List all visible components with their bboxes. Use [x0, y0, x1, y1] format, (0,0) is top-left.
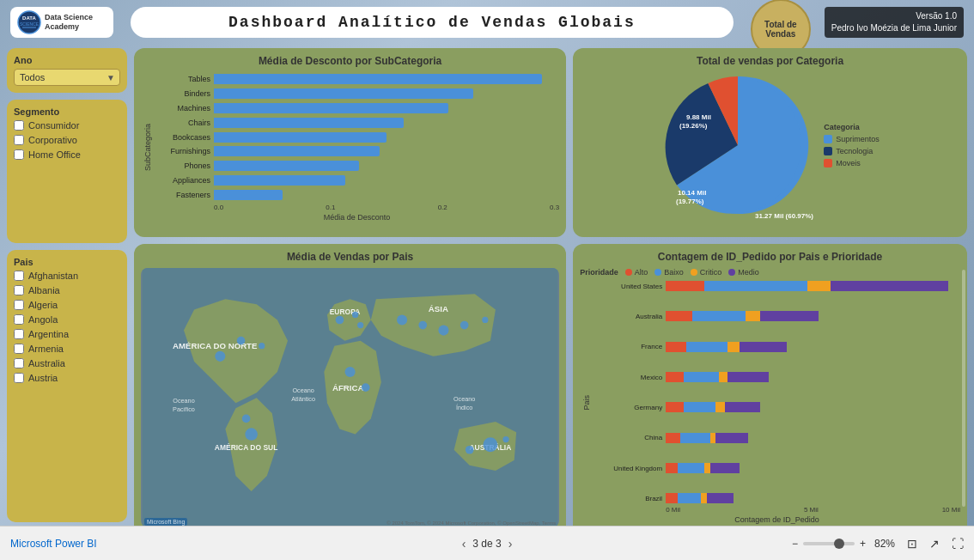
- svg-text:(19.26%): (19.26%): [679, 122, 708, 130]
- priority-alto: Alto: [625, 268, 648, 277]
- pais-austria[interactable]: Austria: [14, 373, 120, 383]
- svg-point-35: [460, 321, 469, 330]
- svg-point-26: [242, 415, 251, 423]
- logo-box: DATA SCIENCE Data Science Academy: [10, 7, 113, 38]
- svg-point-25: [245, 428, 258, 441]
- page-prev-arrow[interactable]: ‹: [462, 537, 466, 551]
- map-chart-title: Média de Vendas por Pais: [141, 251, 559, 263]
- segmento-filter-box: Segmento Consumidor Corporativo Home Off…: [7, 100, 127, 243]
- segmento-consumidor[interactable]: Consumidor: [14, 120, 120, 131]
- pie-chart-box: Total de vendas por Categoria: [573, 48, 967, 237]
- bar-row-binders: Binders: [155, 87, 559, 100]
- svg-text:SCIENCE: SCIENCE: [20, 21, 40, 27]
- pais-list[interactable]: Afghanistan Albania Algeria Angola: [14, 271, 120, 387]
- pais-argentina[interactable]: Argentina: [14, 329, 120, 339]
- svg-point-37: [483, 437, 497, 452]
- bottom-charts-row: Média de Vendas por Pais: [134, 244, 967, 539]
- zoom-slider[interactable]: [803, 542, 855, 545]
- bar-row-tables: Tables: [155, 72, 559, 86]
- fit-screen-icon[interactable]: ⊡: [907, 537, 917, 551]
- svg-text:DATA: DATA: [22, 15, 36, 21]
- map-svg: AMÉRICA DO NORTE EUROPA ÁSIA ÁFRICA AMÉR…: [141, 268, 559, 527]
- ano-select[interactable]: Todos 2020 2021 2022 2023: [14, 69, 120, 86]
- stacked-xaxis: 0 Mil 5 Mil 10 Mil: [594, 506, 960, 514]
- segmento-consumidor-checkbox[interactable]: [14, 120, 24, 131]
- pais-filter-box: Pais Afghanistan Albania Algeria: [7, 250, 127, 522]
- stacked-row-us: United States: [594, 280, 960, 292]
- pais-albania-checkbox[interactable]: [14, 285, 24, 295]
- zoom-thumb: [834, 539, 844, 549]
- pais-algeria-checkbox[interactable]: [14, 300, 24, 310]
- pais-angola[interactable]: Angola: [14, 314, 120, 325]
- page-next-arrow[interactable]: ›: [508, 537, 513, 551]
- scroll-indicator[interactable]: [962, 270, 965, 507]
- stacked-xlabel: Contagem de ID_Pedido: [594, 515, 960, 524]
- svg-point-32: [397, 314, 407, 325]
- bar-row-machines: Machines: [155, 101, 559, 115]
- pagination: ‹ 3 de 3 ›: [462, 537, 513, 551]
- zoom-controls: − + 82% ⊡ ↗ ⛶: [792, 537, 964, 551]
- svg-text:Índico: Índico: [456, 404, 472, 411]
- bar-chart-title: Média de Desconto por SubCategoria: [141, 55, 559, 67]
- zoom-plus-icon[interactable]: +: [860, 538, 866, 550]
- segmento-corporativo-checkbox[interactable]: [14, 135, 24, 145]
- fullscreen-icon[interactable]: ⛶: [952, 537, 964, 551]
- header: DATA SCIENCE Data Science Academy Dashbo…: [0, 0, 974, 45]
- segmento-home-office[interactable]: Home Office: [14, 149, 120, 160]
- svg-point-34: [438, 326, 448, 336]
- segmento-corporativo[interactable]: Corporativo: [14, 135, 120, 145]
- svg-point-36: [482, 317, 488, 323]
- stacked-container: Prioridade Alto Baixo Crit: [580, 268, 960, 524]
- priority-legend: Prioridade Alto Baixo Crit: [580, 268, 960, 277]
- pais-armenia-checkbox[interactable]: [14, 344, 24, 354]
- segmento-corporativo-label: Corporativo: [28, 135, 77, 145]
- map-container: AMÉRICA DO NORTE EUROPA ÁSIA ÁFRICA AMÉR…: [141, 268, 559, 527]
- svg-text:ÁFRICA: ÁFRICA: [332, 383, 364, 393]
- segmento-home-office-checkbox[interactable]: [14, 149, 24, 160]
- pais-albania[interactable]: Albania: [14, 285, 120, 295]
- legend-tecnologia: Tecnologia: [824, 147, 880, 155]
- stacked-row-china: China: [594, 432, 960, 444]
- svg-point-31: [362, 383, 370, 392]
- stacked-ylabel: Pais: [580, 280, 594, 524]
- bar-row-chairs: Chairs: [155, 116, 559, 130]
- map-chart-box: Média de Vendas por Pais: [134, 244, 566, 539]
- svg-text:9.88 Mil: 9.88 Mil: [686, 113, 711, 121]
- stacked-row-mexico: Mexico: [594, 371, 960, 383]
- stacked-main: United States: [594, 280, 960, 504]
- bar-row-phones: Phones: [155, 159, 559, 173]
- bar-chart-ylabel: SubCategoria: [141, 72, 155, 222]
- sidebar: Ano Todos 2020 2021 2022 2023 ▼ Segmento: [7, 48, 127, 522]
- share-icon[interactable]: ↗: [929, 537, 940, 551]
- svg-point-22: [215, 351, 225, 362]
- bar-chart-box: Média de Desconto por SubCategoria SubCa…: [134, 48, 566, 237]
- svg-text:Oceano: Oceano: [173, 397, 194, 405]
- stacked-row-uk: United Kingdom: [594, 462, 960, 474]
- pais-afghanistan-checkbox[interactable]: [14, 271, 24, 281]
- pais-afghanistan[interactable]: Afghanistan: [14, 271, 120, 281]
- pagination-text: 3 de 3: [472, 538, 501, 550]
- stacked-chart-area: Pais United States: [580, 280, 960, 524]
- pais-angola-checkbox[interactable]: [14, 314, 24, 325]
- top-charts-row: Média de Desconto por SubCategoria SubCa…: [134, 48, 967, 237]
- svg-text:Pacífico: Pacífico: [173, 405, 195, 413]
- svg-text:AMÉRICA DO NORTE: AMÉRICA DO NORTE: [173, 341, 258, 350]
- pais-armenia[interactable]: Armenia: [14, 344, 120, 354]
- svg-text:Oceano: Oceano: [292, 387, 314, 394]
- stacked-row-australia: Australia: [594, 310, 960, 322]
- zoom-value: 82%: [874, 538, 895, 550]
- bottom-bar: Microsoft Power BI ‹ 3 de 3 › − + 82% ⊡ …: [0, 526, 974, 560]
- stacked-row-germany: Germany: [594, 401, 960, 413]
- pie-container: 9.88 Mil (19.26%) 10.14 Mil (19.77%) 31.…: [580, 72, 960, 222]
- pais-algeria[interactable]: Algeria: [14, 300, 120, 310]
- pais-austria-checkbox[interactable]: [14, 373, 24, 383]
- svg-text:10.14 Mil: 10.14 Mil: [678, 189, 706, 197]
- pais-australia[interactable]: Australia: [14, 358, 120, 368]
- svg-text:(19.77%): (19.77%): [676, 198, 704, 205]
- svg-point-24: [259, 343, 265, 349]
- zoom-minus-icon[interactable]: −: [792, 538, 798, 550]
- pais-australia-checkbox[interactable]: [14, 358, 24, 368]
- powerbi-link[interactable]: Microsoft Power BI: [10, 538, 97, 550]
- pais-argentina-checkbox[interactable]: [14, 329, 24, 339]
- pais-label: Pais: [14, 257, 120, 267]
